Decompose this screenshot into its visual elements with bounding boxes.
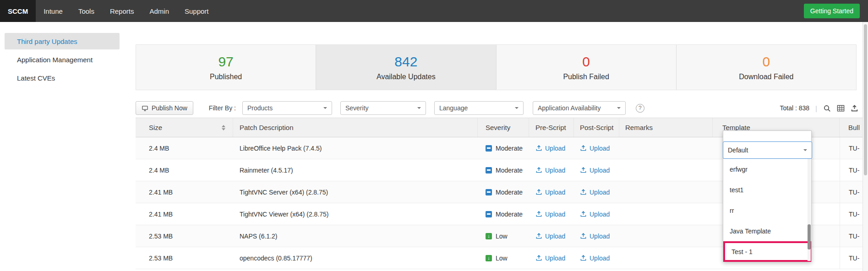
nav-item-intune[interactable]: Intune	[36, 0, 71, 22]
post-script-upload-link[interactable]: Upload	[580, 189, 610, 196]
stat-card-publish-failed[interactable]: 0 Publish Failed	[497, 45, 677, 90]
upload-icon	[580, 211, 587, 217]
application-availability-filter-dropdown[interactable]: Application Availability	[533, 101, 626, 115]
stat-card-available-updates[interactable]: 842 Available Updates	[316, 45, 496, 90]
nav-item-reports[interactable]: Reports	[102, 0, 142, 22]
pre-script-upload-link[interactable]: Upload	[535, 255, 565, 262]
severity-cell: Moderate	[478, 203, 529, 225]
navbar-spacer	[217, 0, 804, 22]
upload-icon	[580, 255, 587, 261]
sidebar-item-third-party-updates[interactable]: Third party Updates	[5, 33, 120, 49]
size-cell: 2.53 MB	[136, 247, 233, 269]
bulletin-cell: TU-	[840, 159, 863, 181]
publish-failed-label: Publish Failed	[563, 73, 609, 81]
available-updates-label: Available Updates	[377, 73, 436, 81]
dropdown-scrollbar[interactable]	[808, 159, 811, 261]
post-script-upload-link[interactable]: Upload	[580, 211, 610, 218]
sort-icon[interactable]	[222, 123, 225, 132]
post-script-upload-link[interactable]: Upload	[580, 167, 610, 174]
dropdown-option-rr[interactable]: rr	[723, 200, 811, 221]
nav-item-tools[interactable]: Tools	[71, 0, 102, 22]
products-filter-dropdown[interactable]: Products	[242, 101, 332, 115]
chevron-down-icon	[803, 149, 807, 153]
remarks-cell	[619, 137, 713, 159]
upload-label: Upload	[590, 255, 610, 262]
pre-script-cell: Upload	[529, 225, 574, 247]
pre-script-upload-link[interactable]: Upload	[535, 145, 565, 152]
published-label: Published	[210, 73, 242, 81]
post-script-cell: Upload	[574, 247, 619, 269]
template-option-list: erfwgr test1 rr Java Template Test - 1	[723, 159, 811, 261]
language-filter-dropdown[interactable]: Language	[434, 101, 524, 115]
severity-moderate-icon	[486, 145, 492, 152]
total-count-label: Total : 838	[780, 104, 809, 112]
remarks-cell	[619, 203, 713, 225]
pre-script-upload-link[interactable]: Upload	[535, 211, 565, 218]
nav-item-admin[interactable]: Admin	[142, 0, 177, 22]
upload-icon	[535, 189, 542, 195]
stat-card-published[interactable]: 97 Published	[136, 45, 316, 90]
upload-label: Upload	[545, 233, 565, 240]
upload-icon	[535, 211, 542, 217]
page-scrollbar[interactable]	[863, 22, 868, 271]
dropdown-option-test1[interactable]: test1	[723, 179, 811, 200]
remarks-cell	[619, 181, 713, 203]
size-cell: 2.53 MB	[136, 225, 233, 247]
template-select[interactable]: Default	[723, 141, 812, 159]
severity-moderate-icon	[486, 211, 492, 217]
getting-started-button[interactable]: Getting Started	[804, 4, 860, 18]
dropdown-option-erfwgr[interactable]: erfwgr	[723, 159, 811, 179]
post-script-upload-link[interactable]: Upload	[580, 233, 610, 240]
top-navbar: SCCM Intune Tools Reports Admin Support …	[0, 0, 868, 22]
sidebar: Third party Updates Application Manageme…	[0, 22, 126, 271]
nav-item-sccm[interactable]: SCCM	[0, 0, 36, 22]
severity-cell: Moderate	[478, 181, 529, 203]
stat-card-download-failed[interactable]: 0 Download Failed	[677, 45, 856, 90]
severity-label: Moderate	[496, 145, 523, 152]
grid-view-icon[interactable]	[837, 104, 845, 112]
upload-icon	[580, 233, 587, 239]
upload-icon	[535, 255, 542, 261]
patch-description-cell: TightVNC Viewer (x64) (2.8.75)	[233, 203, 478, 225]
patch-description-cell: TightVNC Server (x64) (2.8.75)	[233, 181, 478, 203]
pre-script-cell: Upload	[529, 159, 574, 181]
upload-icon	[535, 233, 542, 239]
sidebar-item-latest-cves[interactable]: Latest CVEs	[5, 70, 120, 86]
severity-cell: Low	[478, 225, 529, 247]
upload-icon	[535, 145, 542, 152]
app-window: SCCM Intune Tools Reports Admin Support …	[0, 0, 868, 271]
export-icon[interactable]	[851, 104, 858, 112]
severity-low-icon	[486, 233, 492, 239]
chevron-down-icon	[323, 107, 327, 111]
pre-script-upload-link[interactable]: Upload	[535, 233, 565, 240]
dropdown-option-java-template[interactable]: Java Template	[723, 221, 811, 241]
pre-script-upload-link[interactable]: Upload	[535, 167, 565, 174]
upload-icon	[535, 167, 542, 173]
chevron-down-icon	[515, 107, 519, 111]
post-script-cell: Upload	[574, 203, 619, 225]
publish-now-button[interactable]: Publish Now	[136, 101, 193, 115]
pre-script-cell: Upload	[529, 181, 574, 203]
post-script-cell: Upload	[574, 225, 619, 247]
sidebar-item-application-management[interactable]: Application Management	[5, 51, 120, 68]
remarks-cell	[619, 225, 713, 247]
post-script-cell: Upload	[574, 159, 619, 181]
pre-script-upload-link[interactable]: Upload	[535, 189, 565, 196]
search-icon[interactable]	[823, 104, 831, 112]
severity-filter-dropdown[interactable]: Severity	[340, 101, 426, 115]
post-script-upload-link[interactable]: Upload	[580, 145, 610, 152]
dropdown-scrollbar-thumb[interactable]	[808, 224, 811, 249]
column-header-bulletin: Bull	[840, 118, 863, 137]
column-header-patch-description: Patch Description	[233, 118, 478, 137]
dropdown-option-test-1-highlighted[interactable]: Test - 1	[723, 241, 811, 262]
size-header-label: Size	[149, 124, 162, 131]
post-script-upload-link[interactable]: Upload	[580, 255, 610, 262]
upload-label: Upload	[590, 145, 610, 152]
help-icon[interactable]: ?	[636, 104, 644, 113]
bulletin-cell: TU-	[840, 137, 863, 159]
page-scrollbar-thumb[interactable]	[864, 24, 867, 175]
toolbar-right: Total : 838 |	[780, 104, 858, 112]
column-header-size[interactable]: Size	[136, 118, 233, 137]
nav-item-support[interactable]: Support	[177, 0, 217, 22]
severity-cell: Low	[478, 247, 529, 269]
